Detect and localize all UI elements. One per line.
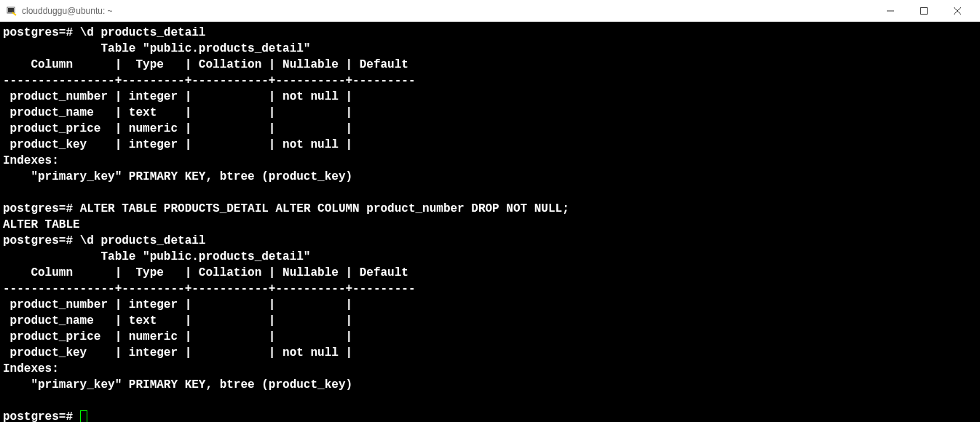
index-definition: "primary_key" PRIMARY KEY, btree (produc… — [3, 378, 352, 391]
svg-rect-1 — [8, 8, 14, 12]
table-row: product_number | integer | | not null | — [3, 90, 352, 103]
maximize-button[interactable] — [907, 0, 941, 22]
minimize-button[interactable] — [874, 0, 907, 22]
table-row: product_name | text | | | — [3, 106, 352, 119]
window-titlebar: cloudduggu@ubuntu: ~ — [0, 0, 980, 22]
prompt: postgres=# — [3, 26, 73, 39]
table-title: Table "public.products_detail" — [100, 42, 310, 55]
window-controls — [874, 0, 974, 22]
alter-response: ALTER TABLE — [3, 218, 80, 231]
table-separator: ----------------+---------+-----------+-… — [3, 74, 416, 87]
putty-icon — [6, 5, 17, 17]
command-text: \d products_detail — [80, 234, 206, 247]
table-header: Column | Type | Collation | Nullable | D… — [3, 58, 408, 71]
table-row: product_price | numeric | | | — [3, 122, 352, 135]
table-separator: ----------------+---------+-----------+-… — [3, 282, 416, 295]
prompt: postgres=# — [3, 410, 73, 422]
prompt: postgres=# — [3, 202, 73, 215]
table-row: product_number | integer | | | — [3, 298, 352, 311]
svg-rect-3 — [921, 7, 928, 14]
table-title: Table "public.products_detail" — [100, 250, 310, 263]
command-text: ALTER TABLE PRODUCTS_DETAIL ALTER COLUMN… — [80, 202, 569, 215]
window-title: cloudduggu@ubuntu: ~ — [22, 6, 874, 16]
indexes-label: Indexes: — [3, 362, 59, 375]
table-row: product_key | integer | | not null | — [3, 346, 352, 359]
table-row: product_name | text | | | — [3, 314, 352, 327]
index-definition: "primary_key" PRIMARY KEY, btree (produc… — [3, 170, 352, 183]
prompt: postgres=# — [3, 234, 73, 247]
terminal-cursor — [80, 410, 87, 422]
close-button[interactable] — [941, 0, 974, 22]
terminal-output[interactable]: postgres=# \d products_detail Table "pub… — [0, 22, 980, 422]
table-row: product_price | numeric | | | — [3, 330, 352, 343]
table-row: product_key | integer | | not null | — [3, 138, 352, 151]
table-header: Column | Type | Collation | Nullable | D… — [3, 266, 408, 279]
command-text: \d products_detail — [80, 26, 206, 39]
indexes-label: Indexes: — [3, 154, 59, 167]
